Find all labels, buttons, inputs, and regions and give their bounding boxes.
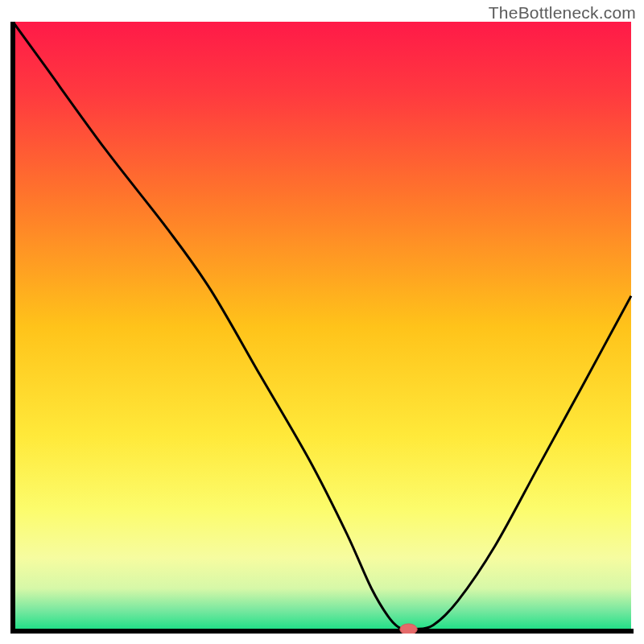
chart-stage: TheBottleneck.com [0,0,644,644]
gradient-background [13,22,631,631]
optimal-point-marker [400,624,418,634]
bottleneck-chart [10,22,634,634]
watermark-text: TheBottleneck.com [489,3,636,23]
chart-frame [10,22,634,634]
